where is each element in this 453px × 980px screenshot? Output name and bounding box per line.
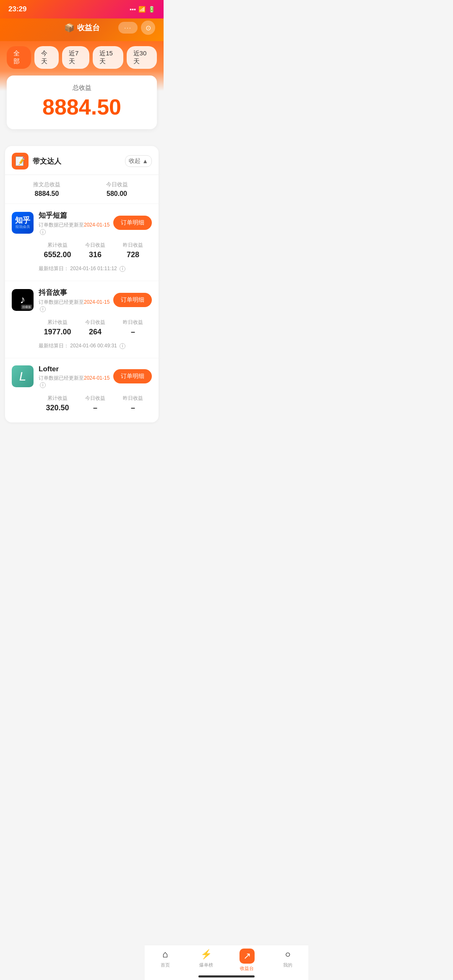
douyin-order-button[interactable]: 订单明细 [113,293,152,307]
wifi-icon: 📶 [138,6,146,13]
zhihu-cumulative: 累计收益 6552.00 [39,242,76,259]
summary-today-label: 今日收益 [82,181,152,188]
douyin-version: 挂载版 [21,305,32,310]
summary-total-label: 推文总收益 [12,181,82,188]
header: 📦 收益台 ··· ⊙ [0,18,164,41]
platform-zhihu-header: 知乎 拉活|会员 知乎短篇 订单数据已经更新至2024-01-15 i 订单明细 [12,211,152,235]
summary-total-value: 8884.50 [12,190,82,198]
platform-lofter-info: Lofter 订单数据已经更新至2024-01-15 i [39,365,113,388]
status-icons: ▪▪▪ 📶 🔋 [130,6,155,13]
summary-today: 今日收益 580.00 [82,181,152,198]
platform-douyin-header: ♪ 挂载版 抖音故事 订单数据已经更新至2024-01-15 i 订单明细 [12,288,152,312]
earnings-label: 总收益 [17,84,147,92]
douyin-info-icon[interactable]: i [40,306,46,312]
filter-tab-all[interactable]: 全部 [7,46,31,69]
summary-row: 推文总收益 8884.50 今日收益 580.00 [5,175,159,204]
earnings-card: 总收益 8884.50 [7,76,157,129]
zhihu-sub: 拉活|会员 [16,224,30,229]
platform-lofter: L Lofter 订单数据已经更新至2024-01-15 i 订单明细 累计收益… [5,358,159,422]
platform-lofter-name: Lofter [39,365,113,373]
filter-tab-30days[interactable]: 近30天 [127,46,157,69]
section-icon: 📝 [12,153,29,169]
filter-tabs: 全部 今天 近7天 近15天 近30天 [7,41,157,76]
douyin-today: 今日收益 264 [76,319,114,336]
lofter-cumulative: 累计收益 320.50 [39,395,76,412]
summary-total: 推文总收益 8884.50 [12,181,82,198]
lofter-icon: L [19,369,26,383]
douyin-yesterday: 昨日收益 – [114,319,152,336]
platform-zhihu-update: 订单数据已经更新至2024-01-15 i [39,222,113,235]
platform-zhihu: 知乎 拉活|会员 知乎短篇 订单数据已经更新至2024-01-15 i 订单明细… [5,204,159,281]
header-title-text: 收益台 [77,23,100,33]
zhihu-today: 今日收益 316 [76,242,114,259]
zhihu-yesterday: 昨日收益 728 [114,242,152,259]
douyin-settlement: 最新结算日： 2024-01-06 00:49:31 i [39,340,152,351]
section-header: 📝 带文达人 收起 ▲ [5,146,159,175]
platform-douyin-name: 抖音故事 [39,288,113,297]
platform-lofter-header: L Lofter 订单数据已经更新至2024-01-15 i 订单明细 [12,365,152,388]
camera-button[interactable]: ⊙ [141,21,155,35]
more-button[interactable]: ··· [118,22,138,34]
lofter-info-icon[interactable]: i [40,382,46,388]
earnings-amount: 8884.50 [17,95,147,119]
douyin-cumulative: 累计收益 1977.00 [39,319,76,336]
content-area: 📝 带文达人 收起 ▲ 推文总收益 8884.50 今日收益 580.00 [0,146,164,461]
section-card: 📝 带文达人 收起 ▲ 推文总收益 8884.50 今日收益 580.00 [5,146,159,422]
collapse-button[interactable]: 收起 ▲ [125,155,152,167]
douyin-logo: ♪ 挂载版 [12,289,34,311]
filter-tab-15days[interactable]: 近15天 [93,46,123,69]
douyin-stats-row: 累计收益 1977.00 今日收益 264 昨日收益 – [39,317,152,340]
zhihu-info-icon[interactable]: i [40,229,46,235]
signal-icon: ▪▪▪ [130,6,136,13]
douyin-settlement-info-icon[interactable]: i [120,343,125,349]
header-emoji: 📦 [64,23,75,33]
lofter-order-button[interactable]: 订单明细 [113,369,152,383]
platform-lofter-update: 订单数据已经更新至2024-01-15 i [39,375,113,388]
lofter-today: 今日收益 – [76,395,114,412]
battery-icon: 🔋 [148,6,155,13]
zhihu-order-button[interactable]: 订单明细 [113,216,152,230]
lofter-logo: L [12,365,34,387]
zhihu-settlement: 最新结算日： 2024-01-16 01:11:12 i [39,263,152,274]
status-bar: 23:29 ▪▪▪ 📶 🔋 [0,0,164,18]
filter-tab-7days[interactable]: 近7天 [62,46,89,69]
header-title: 📦 收益台 [64,23,100,33]
platform-douyin-update: 订单数据已经更新至2024-01-15 i [39,299,113,312]
chevron-up-icon: ▲ [142,158,148,164]
platform-douyin-info: 抖音故事 订单数据已经更新至2024-01-15 i [39,288,113,312]
status-time: 23:29 [8,5,26,13]
platform-zhihu-info: 知乎短篇 订单数据已经更新至2024-01-15 i [39,211,113,235]
section-icon-emoji: 📝 [15,156,26,166]
filter-tab-today[interactable]: 今天 [34,46,59,69]
lofter-yesterday: 昨日收益 – [114,395,152,412]
header-actions: ··· ⊙ [118,21,155,35]
main-bg: 全部 今天 近7天 近15天 近30天 总收益 8884.50 [0,41,164,141]
section-title: 带文达人 [33,156,125,166]
summary-today-value: 580.00 [82,190,152,198]
lofter-stats-row: 累计收益 320.50 今日收益 – 昨日收益 – [39,393,152,416]
platform-zhihu-name: 知乎短篇 [39,211,113,220]
zhihu-text: 知乎 [15,216,30,224]
zhihu-stats-row: 累计收益 6552.00 今日收益 316 昨日收益 728 [39,240,152,263]
zhihu-settlement-info-icon[interactable]: i [120,266,125,272]
zhihu-logo: 知乎 拉活|会员 [12,212,34,234]
platform-douyin: ♪ 挂载版 抖音故事 订单数据已经更新至2024-01-15 i 订单明细 累计… [5,281,159,358]
